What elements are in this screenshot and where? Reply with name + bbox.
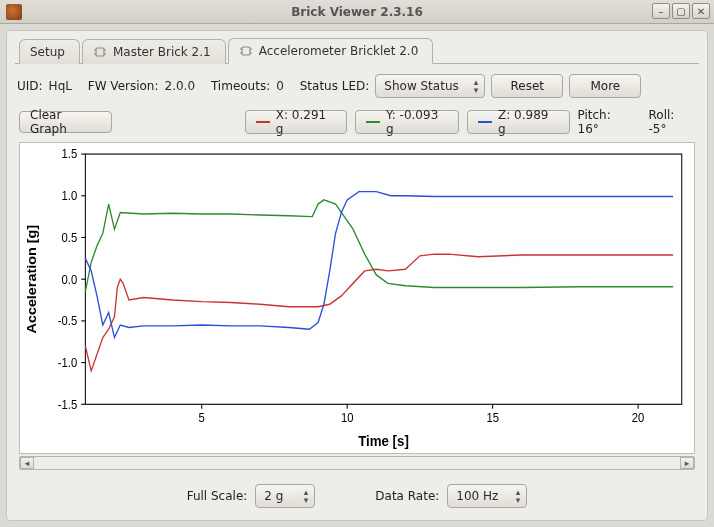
status-led-select[interactable]: Show Status ▴▾	[375, 74, 485, 98]
full-scale-label: Full Scale:	[187, 489, 248, 503]
legend-z-label: Z: 0.989 g	[498, 108, 559, 136]
svg-text:15: 15	[486, 411, 499, 425]
tab-label: Accelerometer Bricklet 2.0	[259, 44, 419, 58]
tab-label: Setup	[30, 45, 65, 59]
svg-rect-10	[85, 154, 681, 404]
svg-text:10: 10	[341, 411, 354, 425]
timeouts-value: 0	[276, 79, 284, 93]
svg-text:1.5: 1.5	[62, 147, 78, 161]
minimize-button[interactable]: –	[652, 3, 670, 19]
data-rate-label: Data Rate:	[375, 489, 439, 503]
uid-label: UID:	[17, 79, 43, 93]
legend-z-toggle[interactable]: Z: 0.989 g	[467, 110, 569, 134]
clear-graph-button[interactable]: Clear Graph	[19, 111, 112, 133]
tab-accelerometer-bricklet[interactable]: Accelerometer Bricklet 2.0	[228, 38, 434, 64]
svg-text:1.0: 1.0	[62, 189, 78, 203]
scroll-left-icon[interactable]: ◂	[20, 457, 34, 469]
scroll-right-icon[interactable]: ▸	[680, 457, 694, 469]
button-label: Reset	[511, 79, 545, 93]
full-scale-select[interactable]: 2 g ▴▾	[255, 484, 315, 508]
close-button[interactable]: ✕	[692, 3, 710, 19]
acceleration-plot[interactable]: -1.5-1.0-0.50.00.51.01.55101520Time [s]A…	[19, 142, 695, 454]
status-led-label: Status LED:	[300, 79, 370, 93]
svg-text:-0.5: -0.5	[58, 314, 78, 328]
maximize-button[interactable]: ▢	[672, 3, 690, 19]
uid-value: HqL	[49, 79, 72, 93]
svg-text:-1.5: -1.5	[58, 397, 78, 411]
chip-icon	[93, 45, 107, 59]
data-rate-value: 100 Hz	[456, 489, 498, 503]
legend-x-label: X: 0.291 g	[276, 108, 337, 136]
tab-setup[interactable]: Setup	[19, 39, 80, 64]
updown-icon: ▴▾	[304, 488, 309, 504]
svg-text:0.5: 0.5	[62, 230, 78, 244]
window-title: Brick Viewer 2.3.16	[0, 5, 714, 19]
chip-icon	[239, 44, 253, 58]
tab-bar: Setup Master Brick 2.1 Accelerometer Bri…	[15, 37, 699, 64]
reset-button[interactable]: Reset	[491, 74, 563, 98]
roll-value: Roll: -5°	[649, 108, 696, 136]
svg-text:Acceleration [g]: Acceleration [g]	[24, 225, 39, 334]
button-label: Clear Graph	[30, 108, 101, 136]
button-label: More	[590, 79, 620, 93]
svg-text:5: 5	[199, 411, 206, 425]
status-led-value: Show Status	[384, 79, 458, 93]
legend-x-swatch	[256, 121, 270, 123]
updown-icon: ▴▾	[474, 78, 479, 94]
legend-y-toggle[interactable]: Y: -0.093 g	[355, 110, 459, 134]
svg-text:-1.0: -1.0	[58, 356, 78, 370]
timeouts-label: Timeouts:	[211, 79, 270, 93]
tab-master-brick[interactable]: Master Brick 2.1	[82, 39, 226, 64]
legend-x-toggle[interactable]: X: 0.291 g	[245, 110, 347, 134]
legend-y-swatch	[366, 121, 380, 123]
svg-rect-5	[242, 47, 250, 55]
svg-text:20: 20	[632, 411, 645, 425]
fw-version-label: FW Version:	[88, 79, 159, 93]
tab-label: Master Brick 2.1	[113, 45, 211, 59]
svg-text:Time [s]: Time [s]	[358, 433, 409, 450]
legend-y-label: Y: -0.093 g	[386, 108, 448, 136]
updown-icon: ▴▾	[516, 488, 521, 504]
pitch-value: Pitch: 16°	[578, 108, 635, 136]
full-scale-value: 2 g	[264, 489, 283, 503]
more-button[interactable]: More	[569, 74, 641, 98]
svg-rect-0	[96, 48, 104, 56]
svg-text:0.0: 0.0	[62, 272, 78, 286]
legend-z-swatch	[478, 121, 492, 123]
window-titlebar: Brick Viewer 2.3.16 – ▢ ✕	[0, 0, 714, 24]
data-rate-select[interactable]: 100 Hz ▴▾	[447, 484, 527, 508]
plot-scrollbar[interactable]: ◂ ▸	[19, 456, 695, 470]
fw-version-value: 2.0.0	[165, 79, 196, 93]
